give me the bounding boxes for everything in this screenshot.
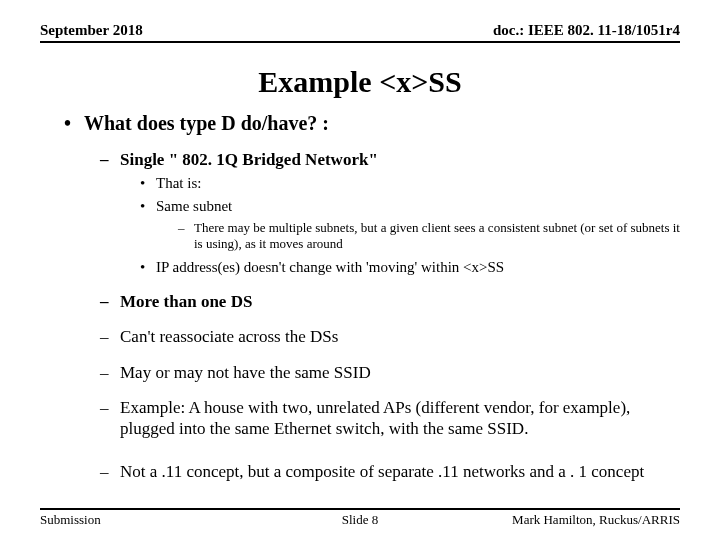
footer-center: Slide 8 (0, 512, 720, 528)
bullet-same-subnet: Same subnet (40, 197, 680, 216)
bullet-ip-no-change: IP address(es) doesn't change with 'movi… (40, 258, 680, 277)
bullet-multi-subnets: There may be multiple subnets, but a giv… (40, 220, 680, 253)
slide-body: What does type D do/have? : Single " 802… (40, 111, 680, 483)
header-date: September 2018 (40, 22, 143, 39)
footer-rule (40, 508, 680, 510)
bullet-more-than-one-ds: More than one DS (40, 291, 680, 312)
bullet-cant-reassoc: Can't reassociate across the DSs (40, 326, 680, 347)
header-doc: doc.: IEEE 802. 11-18/1051r4 (493, 22, 680, 39)
bullet-single-bridged: Single " 802. 1Q Bridged Network" (40, 149, 680, 170)
slide-title: Example <x>SS (40, 65, 680, 99)
slide-container: September 2018 doc.: IEEE 802. 11-18/105… (0, 0, 720, 540)
bullet-not-concept: Not a .11 concept, but a composite of se… (40, 461, 680, 482)
bullet-may-ssid: May or may not have the same SSID (40, 362, 680, 383)
bullet-example-house: Example: A house with two, unrelated APs… (40, 397, 680, 440)
bullet-question: What does type D do/have? : (40, 111, 680, 135)
header-rule (40, 41, 680, 43)
slide-header: September 2018 doc.: IEEE 802. 11-18/105… (40, 22, 680, 39)
slide-footer: Submission Slide 8 Mark Hamilton, Ruckus… (0, 508, 720, 528)
bullet-that-is: That is: (40, 174, 680, 193)
